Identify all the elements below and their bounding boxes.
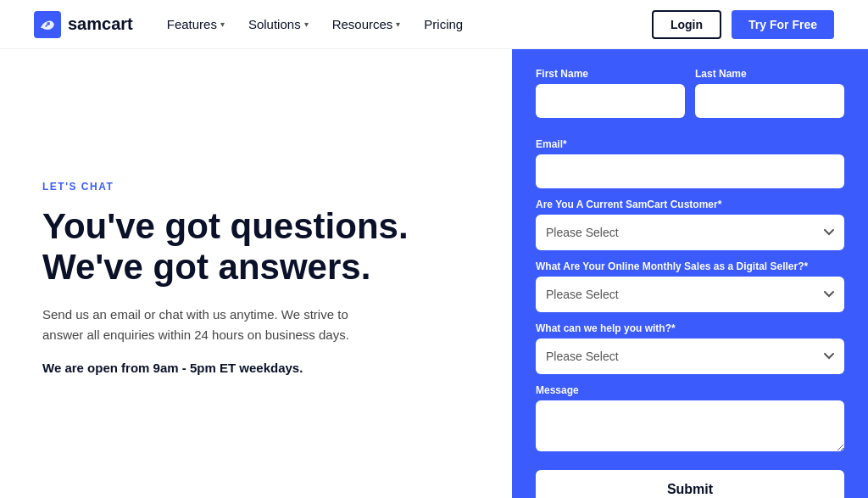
nav-links: Features ▾ Solutions ▾ Resources ▾ Prici…	[167, 17, 652, 31]
sales-label: What Are Your Online Monthly Sales as a …	[536, 260, 844, 272]
nav-pricing[interactable]: Pricing	[424, 17, 463, 31]
message-textarea[interactable]	[536, 400, 844, 451]
sales-group: What Are Your Online Monthly Sales as a …	[536, 260, 844, 312]
chevron-down-icon: ▾	[304, 20, 309, 29]
main-content: LET'S CHAT You've got questions. We've g…	[0, 49, 868, 498]
last-name-label: Last Name	[695, 68, 844, 80]
logo[interactable]: samcart	[34, 11, 133, 38]
open-hours: We are open from 9am - 5pm ET weekdays.	[42, 361, 470, 375]
help-group: What can we help you with?* Please Selec…	[536, 322, 844, 374]
name-row: First Name Last Name	[536, 68, 844, 128]
message-group: Message	[536, 384, 844, 451]
help-label: What can we help you with?*	[536, 322, 844, 334]
last-name-group: Last Name	[695, 68, 844, 118]
try-for-free-button[interactable]: Try For Free	[732, 10, 834, 39]
submit-button[interactable]: Submit	[536, 470, 844, 498]
message-label: Message	[536, 384, 844, 396]
last-name-input[interactable]	[695, 84, 844, 118]
login-button[interactable]: Login	[652, 10, 721, 39]
first-name-input[interactable]	[536, 84, 685, 118]
logo-text: samcart	[68, 14, 133, 34]
chevron-down-icon: ▾	[220, 20, 225, 29]
email-label: Email*	[536, 138, 844, 150]
customer-select[interactable]: Please Select	[536, 215, 844, 250]
first-name-label: First Name	[536, 68, 685, 80]
chevron-down-icon: ▾	[396, 20, 400, 29]
nav-solutions[interactable]: Solutions ▾	[248, 17, 309, 31]
first-name-group: First Name	[536, 68, 685, 118]
sub-text: Send us an email or chat with us anytime…	[42, 305, 381, 345]
left-panel: LET'S CHAT You've got questions. We've g…	[0, 49, 512, 498]
customer-label: Are You A Current SamCart Customer*	[536, 199, 844, 210]
navigation: samcart Features ▾ Solutions ▾ Resources…	[0, 0, 868, 49]
email-input[interactable]	[536, 154, 844, 188]
logo-icon	[34, 11, 61, 38]
nav-features[interactable]: Features ▾	[167, 17, 225, 31]
customer-group: Are You A Current SamCart Customer* Plea…	[536, 199, 844, 250]
lets-chat-badge: LET'S CHAT	[42, 181, 470, 193]
help-select[interactable]: Please Select	[536, 339, 844, 374]
main-heading: You've got questions. We've got answers.	[42, 206, 470, 288]
contact-form-panel: First Name Last Name Email* Are You A Cu…	[512, 49, 868, 498]
nav-resources[interactable]: Resources ▾	[332, 17, 401, 31]
email-group: Email*	[536, 138, 844, 188]
sales-select[interactable]: Please Select	[536, 277, 844, 312]
nav-actions: Login Try For Free	[652, 10, 834, 39]
